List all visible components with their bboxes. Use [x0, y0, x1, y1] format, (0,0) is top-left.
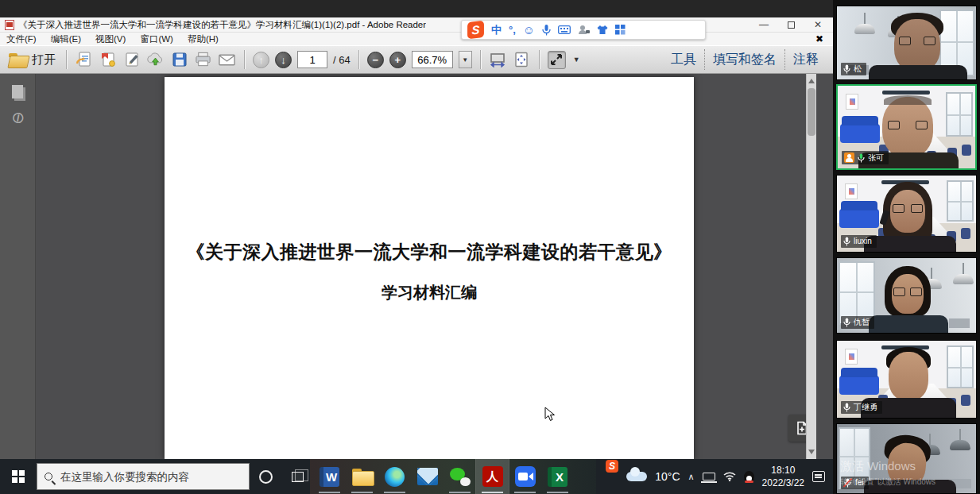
- pdf-file-icon: [5, 20, 14, 30]
- meeting-video-panel: 松 张可: [833, 0, 980, 494]
- scrollbar-thumb[interactable]: [808, 88, 815, 136]
- participant-video-6[interactable]: 激活 Windows 转到“设置”以激活 Windows fei: [836, 423, 977, 494]
- open-button[interactable]: 打开: [6, 51, 58, 69]
- open-label: 打开: [32, 52, 56, 68]
- clock-date: 2022/3/22: [762, 477, 804, 489]
- page-count-label: / 64: [333, 54, 351, 66]
- menu-edit[interactable]: 编辑(E): [51, 33, 81, 45]
- taskbar-clock[interactable]: 18:10 2022/3/22: [762, 464, 804, 489]
- sogou-tray-icon[interactable]: S: [606, 460, 618, 473]
- ime-skin-icon[interactable]: [597, 25, 608, 35]
- taskbar-app-wechat[interactable]: [444, 459, 476, 494]
- start-button[interactable]: [0, 459, 37, 494]
- cortana-button[interactable]: [250, 459, 281, 494]
- ime-toolbox-icon[interactable]: [615, 25, 626, 35]
- zoom-in-button[interactable]: +: [389, 52, 406, 68]
- participant-name: 仇皙: [854, 318, 870, 326]
- window-title: 《关于深入推进世界一流大学和一流学科建设的若干意见》学习材料汇编(1)(1)(2…: [18, 19, 426, 31]
- zoom-out-button[interactable]: −: [367, 52, 384, 68]
- task-view-button[interactable]: [281, 459, 313, 494]
- participant-name: 丁继勇: [854, 403, 877, 411]
- weather-icon[interactable]: [626, 472, 647, 481]
- participant-video-3[interactable]: liuxin: [836, 175, 977, 253]
- participant-name: 张可: [868, 154, 884, 162]
- wifi-icon[interactable]: [723, 472, 736, 481]
- zoom-level-input[interactable]: [412, 51, 453, 68]
- minimize-button[interactable]: —: [759, 20, 769, 29]
- taskbar-app-mail[interactable]: [411, 459, 444, 494]
- email-icon[interactable]: [218, 51, 236, 69]
- taskbar-search[interactable]: [37, 463, 250, 490]
- ime-punctuation-icon[interactable]: °,: [509, 25, 516, 35]
- windows-logo-icon: [12, 470, 25, 483]
- open-folder-icon: [9, 53, 28, 67]
- save-icon[interactable]: [170, 51, 188, 69]
- participant-video-1[interactable]: 松: [836, 6, 977, 80]
- ime-emoji-icon[interactable]: ☺: [523, 24, 535, 36]
- fit-width-icon[interactable]: [489, 51, 507, 69]
- menu-view[interactable]: 视图(V): [95, 33, 126, 45]
- document-subtitle: 学习材料汇编: [165, 282, 694, 303]
- participant-video-5[interactable]: 丁继勇: [836, 340, 977, 419]
- toolbar-close-icon[interactable]: ✖: [815, 33, 827, 44]
- print-icon[interactable]: [194, 51, 212, 69]
- mic-on-icon: [843, 403, 850, 412]
- taskbar-app-excel[interactable]: X: [541, 459, 574, 494]
- taskbar-app-adobe-reader[interactable]: 人: [476, 459, 509, 494]
- scroll-up-icon[interactable]: [808, 79, 815, 83]
- reader-toolbar: 打开 ↑ ↓ / 64 − + ▼: [0, 45, 833, 74]
- fit-page-icon[interactable]: [513, 51, 531, 69]
- search-input[interactable]: [59, 470, 230, 484]
- taskbar-app-explorer[interactable]: [346, 459, 378, 494]
- sogou-logo-icon[interactable]: S: [467, 21, 484, 39]
- search-icon: [45, 473, 52, 480]
- hardware-icon[interactable]: [703, 473, 715, 480]
- qq-icon[interactable]: [744, 471, 754, 483]
- word-icon: W: [320, 467, 339, 487]
- menu-file[interactable]: 文件(F): [6, 33, 37, 45]
- host-badge-icon: [844, 152, 854, 163]
- taskbar: W 人 X S 10°C ∧ 18:10 2022/3/22: [0, 459, 833, 494]
- scroll-down-icon[interactable]: [808, 450, 815, 454]
- maximize-button[interactable]: [788, 21, 795, 29]
- tray-expand-icon[interactable]: ∧: [688, 472, 695, 482]
- ime-keyboard-icon[interactable]: [558, 25, 571, 34]
- taskbar-app-meeting[interactable]: [509, 459, 541, 494]
- taskbar-app-edge[interactable]: [378, 459, 411, 494]
- cloud-upload-icon[interactable]: [146, 51, 165, 69]
- fill-sign-panel-button[interactable]: 填写和签名: [705, 48, 784, 71]
- page-number-input[interactable]: [297, 51, 327, 68]
- attachments-icon[interactable]: ⊘: [10, 110, 25, 125]
- sign-icon[interactable]: [122, 51, 141, 69]
- action-center-icon[interactable]: [812, 471, 825, 482]
- participant-video-2[interactable]: 张可: [836, 84, 977, 170]
- taskbar-app-word[interactable]: W: [313, 459, 346, 494]
- zoom-dropdown-button[interactable]: ▼: [459, 51, 472, 68]
- ime-mode-icon[interactable]: 中: [491, 25, 502, 35]
- export-pdf-icon[interactable]: [75, 51, 93, 69]
- close-button[interactable]: ✕: [814, 20, 822, 29]
- mic-on-icon: [843, 237, 850, 246]
- edge-icon: [385, 467, 405, 487]
- mic-active-icon: [858, 153, 865, 163]
- tools-panel-button[interactable]: 工具: [663, 48, 704, 71]
- clock-time: 18:10: [762, 464, 804, 477]
- ime-mic-icon[interactable]: [542, 25, 551, 36]
- reading-mode-icon[interactable]: [548, 51, 566, 69]
- menu-help[interactable]: 帮助(H): [188, 33, 219, 45]
- temperature-label[interactable]: 10°C: [655, 470, 680, 483]
- menu-window[interactable]: 窗口(W): [140, 33, 173, 45]
- next-page-button[interactable]: ↓: [275, 52, 292, 68]
- participant-name: 松: [854, 65, 862, 73]
- previous-page-button[interactable]: ↑: [253, 52, 269, 68]
- comment-panel-button[interactable]: 注释: [785, 48, 827, 71]
- participant-video-4[interactable]: 仇皙: [836, 257, 977, 334]
- mic-on-icon: [843, 318, 850, 327]
- mouse-cursor: [544, 407, 556, 426]
- create-pdf-icon[interactable]: [99, 51, 117, 69]
- navigation-rail: ⊘: [0, 74, 36, 459]
- vertical-scrollbar[interactable]: [806, 74, 816, 459]
- reading-mode-dropdown[interactable]: ▼: [571, 56, 582, 64]
- ime-account-icon[interactable]: [578, 25, 590, 35]
- page-thumbnails-icon[interactable]: [10, 85, 25, 98]
